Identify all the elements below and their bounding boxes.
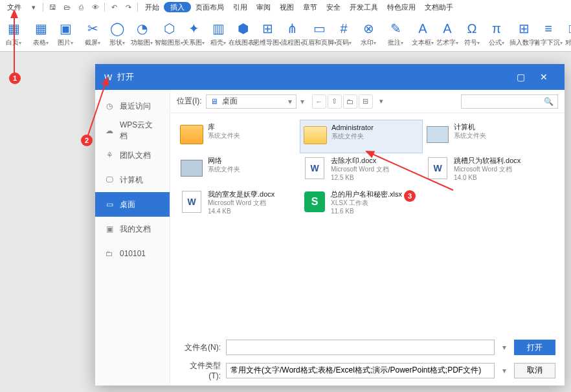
tab-开发工具[interactable]: 开发工具 (345, 3, 383, 12)
undo-icon[interactable]: ↶ (108, 1, 120, 13)
ribbon-批注[interactable]: ✎批注▾ (383, 19, 408, 47)
back-button[interactable]: ← (312, 94, 326, 109)
open-icon[interactable]: 🗁 (61, 1, 73, 13)
tab-视图[interactable]: 视图 (275, 3, 298, 12)
chevron-down-icon[interactable]: ▾ (300, 97, 304, 106)
ribbon-关系图[interactable]: ✦关系图▾ (181, 19, 206, 47)
file-icon (425, 122, 450, 147)
ribbon-label: 截屏▾ (85, 38, 100, 47)
tab-引用[interactable]: 引用 (229, 3, 252, 12)
location-bar: 位置(I): 🖥 桌面 ▾ ▾ ← ⇧ 🗀 ⊟ ▾ 🔍 (170, 90, 565, 113)
file-item[interactable]: W跳槽只为软福利.docxMicrosoft Word 文档14.0 KB (423, 153, 546, 187)
file-item[interactable]: W去除水印.docxMicrosoft Word 文档12.5 KB (300, 153, 423, 187)
sidebar-icon: ⚘ (104, 150, 115, 160)
ribbon-icon: ◯ (110, 19, 124, 38)
ribbon-白页[interactable]: ▦白页▾ (1, 19, 26, 47)
file-item[interactable]: Administrator系统文件夹 (300, 120, 423, 153)
ribbon-流程图[interactable]: ⋔流程图▾ (280, 19, 304, 47)
ribbon-页眉和页脚[interactable]: ▭页眉和页脚▾ (307, 19, 331, 47)
ribbon-表格[interactable]: ▦表格▾ (28, 19, 53, 47)
ribbon-功能图[interactable]: ◔功能图▾ (129, 19, 154, 47)
tab-插入[interactable]: 插入 (164, 2, 191, 12)
chevron-down-icon[interactable]: ▾ (374, 94, 388, 109)
filename-input[interactable] (226, 340, 495, 355)
file-item[interactable]: S总的用户名和秘密.xlsxXLSX 工作表11.6 KB (300, 187, 423, 221)
sidebar-item-label: 最近访问 (120, 101, 151, 112)
ribbon-在线图表[interactable]: ⬢在线图表▾ (230, 19, 255, 47)
file-subtitle: 系统文件夹 (208, 131, 240, 140)
chevron-down-icon[interactable]: ▾ (502, 366, 506, 375)
file-item[interactable]: 计算机系统文件夹 (423, 120, 546, 153)
ribbon-形状[interactable]: ◯形状▾ (105, 19, 129, 47)
ribbon-首字下沉[interactable]: ≡首字下沉▾ (536, 19, 561, 47)
sidebar-item-我的文档[interactable]: ▣我的文档 (95, 217, 170, 241)
tab-安全[interactable]: 安全 (322, 3, 345, 12)
open-dialog: W 打开 ▢ ✕ ◷最近访问☁WPS云文档⚘团队文档🖵计算机▭桌面▣我的文档🗀0… (95, 64, 565, 386)
file-item[interactable]: 网络系统文件夹 (177, 153, 300, 187)
tab-章节[interactable]: 章节 (298, 3, 322, 12)
chevron-down-icon[interactable]: ▾ (28, 1, 39, 13)
ribbon-页码[interactable]: #页码▾ (331, 19, 356, 47)
ribbon-icon: ⊗ (363, 19, 374, 38)
ribbon-稻壳[interactable]: ▥稻壳▾ (206, 19, 230, 47)
file-menu[interactable]: 文件 (3, 2, 26, 13)
ribbon-label: 关系图▾ (183, 38, 205, 47)
sidebar-item-WPS云文档[interactable]: ☁WPS云文档 (95, 118, 170, 143)
ribbon-icon: π (492, 19, 501, 38)
tab-开始[interactable]: 开始 (140, 3, 164, 12)
separator (104, 3, 105, 12)
sidebar-item-最近访问[interactable]: ◷最近访问 (95, 94, 170, 118)
tab-页面布局[interactable]: 页面布局 (191, 3, 229, 12)
sidebar-icon: ▣ (104, 224, 115, 234)
file-item[interactable]: 库系统文件夹 (177, 120, 300, 153)
location-dropdown[interactable]: 🖥 桌面 ▾ (206, 94, 297, 109)
ribbon-思维导图[interactable]: ⊞思维导图▾ (255, 19, 280, 47)
up-button[interactable]: ⇧ (328, 94, 342, 109)
ribbon-截屏[interactable]: ✂截屏▾ (80, 19, 105, 47)
search-input[interactable]: 🔍 (461, 94, 558, 109)
print-icon[interactable]: ⎙ (75, 1, 87, 13)
file-grid[interactable]: 库系统文件夹Administrator系统文件夹计算机系统文件夹网络系统文件夹W… (170, 113, 565, 334)
view-button[interactable]: ⊟ (359, 94, 373, 109)
ribbon-文本框[interactable]: A文本框▾ (410, 19, 435, 47)
ribbon-label: 智能图形▾ (155, 38, 183, 47)
maximize-button[interactable]: ▢ (509, 64, 532, 90)
ribbon-艺术字[interactable]: A艺术字▾ (435, 19, 460, 47)
filetype-label: 文件类型(T): (179, 360, 221, 380)
ribbon-label: 文本框▾ (412, 38, 434, 47)
file-icon (179, 156, 204, 180)
ribbon-icon: ⊞ (262, 19, 273, 38)
ribbon-icon: Ω (467, 19, 477, 38)
sidebar-icon: ◷ (104, 101, 115, 111)
tab-特色应用[interactable]: 特色应用 (383, 3, 420, 12)
close-button[interactable]: ✕ (532, 64, 555, 90)
open-button[interactable]: 打开 (514, 340, 555, 355)
ribbon-符号[interactable]: Ω符号▾ (460, 19, 484, 47)
file-name: 网络 (208, 156, 240, 165)
file-item[interactable]: W我的室友是妖孽.docxMicrosoft Word 文档14.4 KB (177, 187, 300, 221)
ribbon-插入数字[interactable]: ⊞插入数字▾ (511, 19, 536, 47)
ribbon-label: 艺术字▾ (436, 38, 458, 47)
ribbon-智能图形[interactable]: ⬡智能图形▾ (157, 19, 181, 47)
tab-审阅[interactable]: 审阅 (252, 3, 275, 12)
chevron-down-icon[interactable]: ▾ (502, 343, 506, 352)
tab-文档助手[interactable]: 文档助手 (420, 3, 458, 12)
ribbon-label: 首字下沉▾ (534, 38, 563, 47)
ribbon-label: 流程图▾ (281, 38, 303, 47)
filetype-input[interactable] (226, 363, 495, 378)
file-icon: S (302, 190, 327, 214)
ribbon-水印[interactable]: ⊗水印▾ (356, 19, 381, 47)
cancel-button[interactable]: 取消 (514, 363, 555, 378)
ribbon-公式[interactable]: π公式▾ (484, 19, 509, 47)
sidebar-item-010101[interactable]: 🗀010101 (95, 241, 170, 266)
sidebar-item-桌面[interactable]: ▭桌面 (95, 192, 170, 217)
preview-icon[interactable]: 👁 (89, 1, 101, 13)
sidebar-item-团队文档[interactable]: ⚘团队文档 (95, 143, 170, 168)
redo-icon[interactable]: ↷ (122, 1, 134, 13)
save-icon[interactable]: 🖫 (47, 1, 58, 13)
sidebar-item-计算机[interactable]: 🖵计算机 (95, 168, 170, 192)
new-folder-button[interactable]: 🗀 (343, 94, 357, 109)
ribbon-对象[interactable]: □对象▾ (561, 19, 571, 47)
ribbon-图片[interactable]: ▣图片▾ (53, 19, 78, 47)
ribbon-icon: ✎ (390, 19, 401, 38)
